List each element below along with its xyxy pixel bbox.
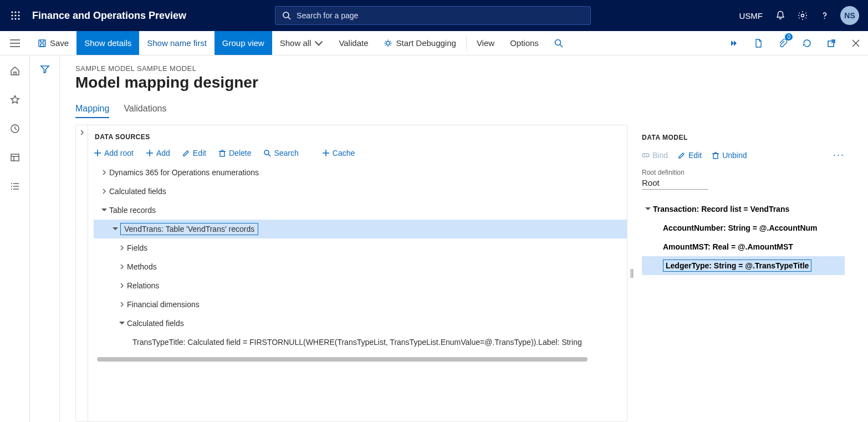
dm-node-amountmst[interactable]: AmountMST: Real = @.AmountMST	[642, 237, 845, 256]
page-options-icon[interactable]	[746, 31, 770, 55]
chevron-down-icon	[117, 321, 127, 326]
recent-icon[interactable]	[8, 122, 22, 135]
breadcrumb: SAMPLE MODEL SAMPLE MODEL	[75, 64, 855, 73]
close-icon[interactable]	[844, 31, 868, 55]
command-bar: Save Show details Show name first Group …	[0, 31, 868, 55]
tree-node-fields[interactable]: Fields	[94, 238, 627, 257]
dm-node-ledgertype[interactable]: LedgerType: String = @.TransTypeTitle	[642, 256, 845, 275]
svg-point-19	[555, 39, 560, 45]
filter-icon[interactable]	[40, 64, 50, 422]
start-debugging-button[interactable]: Start Debugging	[376, 31, 463, 55]
show-details-button[interactable]: Show details	[76, 31, 139, 55]
tab-validations[interactable]: Validations	[124, 104, 166, 118]
show-all-dropdown[interactable]: Show all	[272, 31, 331, 55]
workspaces-icon[interactable]	[8, 151, 22, 164]
settings-gear-icon[interactable]	[796, 9, 809, 22]
validate-button[interactable]: Validate	[331, 31, 376, 55]
notifications-icon[interactable]	[774, 9, 787, 22]
svg-point-4	[14, 14, 16, 16]
add-button[interactable]: Add	[146, 149, 170, 157]
more-actions-icon[interactable]: ···	[833, 149, 845, 161]
svg-point-11	[801, 14, 804, 17]
chevron-right-icon	[117, 264, 127, 270]
data-source-types-collapsed-handle[interactable]	[76, 125, 88, 421]
data-model-header: DATA MODEL	[642, 134, 845, 141]
chevron-right-icon	[117, 302, 127, 307]
filter-pane	[30, 55, 60, 422]
favorites-icon[interactable]	[8, 93, 22, 106]
dm-node-transaction[interactable]: Transaction: Record list = VendTrans	[642, 200, 845, 218]
user-avatar[interactable]: NS	[840, 6, 859, 25]
find-icon[interactable]	[547, 31, 571, 55]
tree-node-enumerations[interactable]: Dynamics 365 for Operations enumerations	[94, 163, 627, 182]
personalize-icon[interactable]	[722, 31, 746, 55]
view-menu[interactable]: View	[469, 31, 502, 55]
svg-point-1	[14, 11, 16, 13]
edit-button[interactable]: Edit	[182, 149, 206, 157]
search-input[interactable]: Search for a page	[275, 6, 591, 25]
show-name-first-button[interactable]: Show name first	[139, 31, 215, 55]
chevron-down-icon	[99, 208, 109, 212]
svg-point-0	[11, 11, 13, 13]
app-title: Finance and Operations Preview	[32, 10, 186, 22]
data-model-tree: Transaction: Record list = VendTrans Acc…	[642, 200, 845, 275]
search-icon	[282, 11, 291, 20]
data-sources-panel: DATA SOURCES Add root Add Edit Delete Se…	[75, 125, 627, 422]
save-button[interactable]: Save	[30, 31, 76, 55]
chevron-down-icon	[110, 227, 120, 231]
svg-point-7	[14, 18, 16, 19]
content-tabs: Mapping Validations	[75, 104, 855, 118]
options-menu[interactable]: Options	[502, 31, 547, 55]
unbind-button[interactable]: Unbind	[712, 151, 747, 160]
svg-line-20	[560, 44, 563, 47]
chevron-right-icon	[117, 245, 127, 251]
attachments-icon[interactable]: 0	[770, 31, 795, 55]
legal-entity[interactable]: USMF	[739, 11, 763, 21]
cache-button[interactable]: Cache	[322, 149, 355, 157]
tree-node-vendtrans[interactable]: VendTrans: Table 'VendTrans' records	[94, 220, 627, 238]
svg-point-5	[18, 14, 19, 16]
horizontal-scrollbar[interactable]	[97, 357, 588, 362]
svg-point-9	[283, 12, 289, 18]
tree-node-table-records[interactable]: Table records	[94, 201, 627, 220]
svg-rect-38	[220, 151, 224, 156]
svg-rect-25	[11, 154, 19, 161]
attachments-badge: 0	[785, 33, 793, 40]
svg-point-3	[11, 14, 13, 16]
tree-node-calc-fields-root[interactable]: Calculated fields	[94, 182, 627, 201]
nav-toggle-icon[interactable]	[0, 31, 30, 55]
add-root-button[interactable]: Add root	[94, 149, 134, 157]
svg-rect-17	[40, 44, 44, 47]
splitter-handle[interactable]	[627, 125, 636, 422]
help-icon[interactable]	[818, 9, 831, 22]
dm-edit-button[interactable]: Edit	[678, 151, 702, 160]
group-view-button[interactable]: Group view	[215, 31, 272, 55]
tree-node-calc-fields-child[interactable]: Calculated fields	[94, 314, 627, 333]
svg-point-18	[386, 41, 390, 44]
root-definition-value[interactable]: Root	[642, 176, 708, 190]
search-button[interactable]: Search	[263, 149, 298, 157]
tree-node-transtypetitle[interactable]: TransTypeTitle: Calculated field = FIRST…	[94, 333, 627, 352]
delete-button[interactable]: Delete	[218, 149, 251, 157]
tab-mapping[interactable]: Mapping	[75, 104, 109, 118]
chevron-right-icon	[117, 283, 127, 288]
svg-point-2	[18, 11, 19, 13]
home-icon[interactable]	[8, 64, 22, 78]
app-launcher-icon[interactable]	[4, 4, 27, 27]
popout-icon[interactable]	[819, 31, 844, 55]
tree-node-methods[interactable]: Methods	[94, 257, 627, 276]
tree-node-relations[interactable]: Relations	[94, 276, 627, 295]
dm-node-accountnumber[interactable]: AccountNumber: String = @.AccountNum	[642, 218, 845, 237]
refresh-icon[interactable]	[795, 31, 819, 55]
svg-line-42	[268, 154, 270, 156]
tree-node-fin-dim[interactable]: Financial dimensions	[94, 295, 627, 314]
data-sources-header: DATA SOURCES	[94, 133, 627, 141]
search-placeholder: Search for a page	[297, 11, 358, 20]
modules-icon[interactable]	[8, 180, 22, 193]
svg-point-6	[11, 18, 13, 19]
svg-point-41	[264, 150, 269, 155]
bind-button: Bind	[642, 151, 668, 160]
nav-rail	[0, 55, 30, 422]
svg-rect-16	[39, 40, 45, 47]
root-definition-label: Root definition	[642, 169, 845, 176]
